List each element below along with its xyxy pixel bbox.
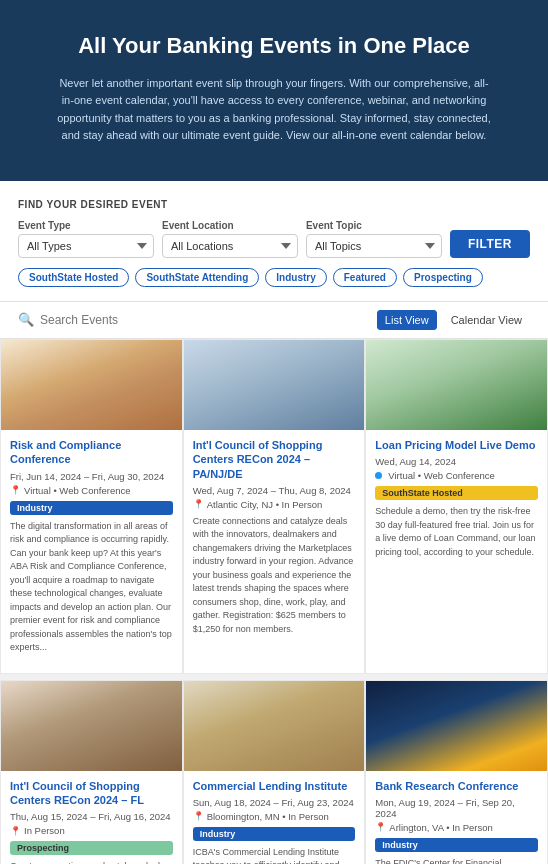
search-input[interactable] bbox=[40, 313, 180, 327]
event-location-select[interactable]: All Locations bbox=[162, 234, 298, 258]
event-badge-industry-bank: Industry bbox=[375, 838, 538, 852]
pin-icon-lending: 📍 bbox=[193, 811, 204, 821]
event-image-loan-pricing bbox=[366, 340, 547, 430]
event-type-select[interactable]: All Types bbox=[18, 234, 154, 258]
event-date-intl-council-pa: Wed, Aug 7, 2024 – Thu, Aug 8, 2024 bbox=[193, 485, 356, 496]
event-desc-commercial-lending: ICBA's Commercial Lending Institute teac… bbox=[193, 846, 356, 864]
filter-button[interactable]: FILTER bbox=[450, 230, 530, 258]
event-card-intl-council-fl: Int'l Council of Shopping Centers RECon … bbox=[0, 680, 183, 864]
event-desc-risk-compliance: The digital transformation in all areas … bbox=[10, 520, 173, 655]
event-topic-label: Event Topic bbox=[306, 220, 442, 231]
search-wrap: 🔍 bbox=[18, 312, 180, 327]
event-body-commercial-lending: Commercial Lending Institute Sun, Aug 18… bbox=[184, 771, 365, 864]
event-badge-industry-lending: Industry bbox=[193, 827, 356, 841]
search-view-row: 🔍 List View Calendar View bbox=[0, 302, 548, 339]
event-desc-bank-research: The FDIC's Center for Financial Research… bbox=[375, 857, 538, 864]
event-body-intl-council-fl: Int'l Council of Shopping Centers RECon … bbox=[1, 771, 182, 864]
event-location-label: Event Location bbox=[162, 220, 298, 231]
tag-prospecting[interactable]: Prospecting bbox=[403, 268, 483, 287]
event-card-commercial-lending: Commercial Lending Institute Sun, Aug 18… bbox=[183, 680, 366, 864]
header-description: Never let another important event slip t… bbox=[54, 75, 494, 145]
event-type-label: Event Type bbox=[18, 220, 154, 231]
event-desc-loan-pricing: Schedule a demo, then try the risk-free … bbox=[375, 505, 538, 559]
event-date-bank-research: Mon, Aug 19, 2024 – Fri, Sep 20, 2024 bbox=[375, 797, 538, 819]
event-desc-intl-council-pa: Create connections and catalyze deals wi… bbox=[193, 515, 356, 637]
tag-industry[interactable]: Industry bbox=[265, 268, 326, 287]
tag-southstate-hosted[interactable]: SouthState Hosted bbox=[18, 268, 129, 287]
event-date-intl-council-fl: Thu, Aug 15, 2024 – Fri, Aug 16, 2024 bbox=[10, 811, 173, 822]
tags-row: SouthState Hosted SouthState Attending I… bbox=[18, 268, 530, 287]
event-location-bank-research: 📍 Arlington, VA • In Person bbox=[375, 822, 538, 833]
filter-area: FIND YOUR DESIRED EVENT Event Type All T… bbox=[0, 181, 548, 302]
events-grid-row1: Risk and Compliance Conference Fri, Jun … bbox=[0, 339, 548, 674]
event-image-intl-council-pa bbox=[184, 340, 365, 430]
event-title-intl-council-pa[interactable]: Int'l Council of Shopping Centers RECon … bbox=[193, 438, 356, 481]
event-body-risk-compliance: Risk and Compliance Conference Fri, Jun … bbox=[1, 430, 182, 661]
event-card-loan-pricing: Loan Pricing Model Live Demo Wed, Aug 14… bbox=[365, 339, 548, 674]
event-title-bank-research[interactable]: Bank Research Conference bbox=[375, 779, 538, 793]
event-title-commercial-lending[interactable]: Commercial Lending Institute bbox=[193, 779, 356, 793]
event-badge-industry: Industry bbox=[10, 501, 173, 515]
event-badge-prospecting: Prospecting bbox=[10, 841, 173, 855]
tag-southstate-attending[interactable]: SouthState Attending bbox=[135, 268, 259, 287]
pin-icon: 📍 bbox=[10, 485, 21, 495]
page-title: All Your Banking Events in One Place bbox=[40, 32, 508, 61]
pin-icon-pa: 📍 bbox=[193, 499, 204, 509]
event-topic-select[interactable]: All Topics bbox=[306, 234, 442, 258]
event-type-group: Event Type All Types bbox=[18, 220, 154, 258]
event-location-commercial-lending: 📍 Bloomington, MN • In Person bbox=[193, 811, 356, 822]
event-title-loan-pricing[interactable]: Loan Pricing Model Live Demo bbox=[375, 438, 538, 452]
event-image-commercial-lending bbox=[184, 681, 365, 771]
event-title-intl-council-fl[interactable]: Int'l Council of Shopping Centers RECon … bbox=[10, 779, 173, 808]
event-card-risk-compliance: Risk and Compliance Conference Fri, Jun … bbox=[0, 339, 183, 674]
list-view-button[interactable]: List View bbox=[377, 310, 437, 330]
pin-icon-bank: 📍 bbox=[375, 822, 386, 832]
event-desc-intl-council-fl: Create connections and catalyze deals wi… bbox=[10, 860, 173, 864]
event-date-risk-compliance: Fri, Jun 14, 2024 – Fri, Aug 30, 2024 bbox=[10, 471, 173, 482]
event-title-risk-compliance[interactable]: Risk and Compliance Conference bbox=[10, 438, 173, 467]
event-location-intl-council-fl: 📍 In Person bbox=[10, 825, 173, 836]
event-badge-southstate: SouthState Hosted bbox=[375, 486, 538, 500]
event-image-bank-research bbox=[366, 681, 547, 771]
event-image-intl-council-fl bbox=[1, 681, 182, 771]
filter-row: Event Type All Types Event Location All … bbox=[18, 220, 530, 258]
events-grid-row2: Int'l Council of Shopping Centers RECon … bbox=[0, 680, 548, 864]
event-body-bank-research: Bank Research Conference Mon, Aug 19, 20… bbox=[366, 771, 547, 864]
search-icon: 🔍 bbox=[18, 312, 34, 327]
event-location-risk-compliance: 📍 Virtual • Web Conference bbox=[10, 485, 173, 496]
event-topic-group: Event Topic All Topics bbox=[306, 220, 442, 258]
event-card-bank-research: Bank Research Conference Mon, Aug 19, 20… bbox=[365, 680, 548, 864]
calendar-view-button[interactable]: Calendar View bbox=[443, 310, 530, 330]
event-location-intl-council-pa: 📍 Atlantic City, NJ • In Person bbox=[193, 499, 356, 510]
view-toggles: List View Calendar View bbox=[377, 310, 530, 330]
header-section: All Your Banking Events in One Place Nev… bbox=[0, 0, 548, 181]
event-card-intl-council-pa: Int'l Council of Shopping Centers RECon … bbox=[183, 339, 366, 674]
event-location-group: Event Location All Locations bbox=[162, 220, 298, 258]
event-image-risk-compliance bbox=[1, 340, 182, 430]
pin-icon-fl: 📍 bbox=[10, 826, 21, 836]
event-body-intl-council-pa: Int'l Council of Shopping Centers RECon … bbox=[184, 430, 365, 661]
event-body-loan-pricing: Loan Pricing Model Live Demo Wed, Aug 14… bbox=[366, 430, 547, 661]
filter-section-label: FIND YOUR DESIRED EVENT bbox=[18, 199, 530, 210]
event-date-commercial-lending: Sun, Aug 18, 2024 – Fri, Aug 23, 2024 bbox=[193, 797, 356, 808]
event-location-loan-pricing: Virtual • Web Conference bbox=[375, 470, 538, 481]
virtual-dot-icon bbox=[375, 472, 382, 479]
event-date-loan-pricing: Wed, Aug 14, 2024 bbox=[375, 456, 538, 467]
tag-featured[interactable]: Featured bbox=[333, 268, 397, 287]
